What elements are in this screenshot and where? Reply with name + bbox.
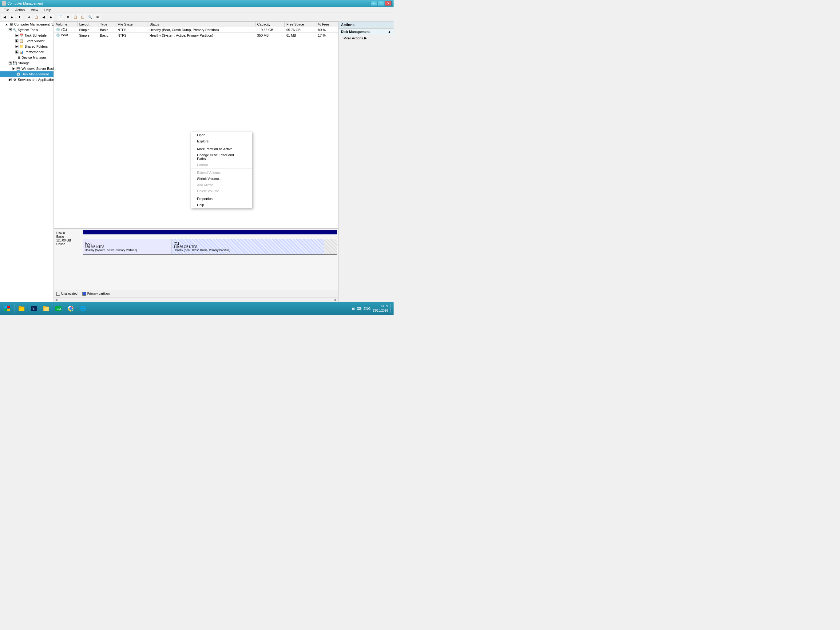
services-label: Services and Applications (18, 78, 54, 82)
toolbar-btn9[interactable]: 📋 (79, 14, 86, 21)
title-bar: Computer Management ─ ❐ ✕ (0, 0, 393, 7)
ctx-item-explore[interactable]: Explore (191, 138, 252, 144)
sidebar-item-services-applications[interactable]: ▶ ⚙ Services and Applications (0, 77, 54, 82)
menu-view[interactable]: View (28, 7, 41, 12)
taskbar-network[interactable] (77, 303, 89, 314)
toolbar-btn10[interactable]: 🔍 (87, 14, 93, 21)
expand-services[interactable]: ▶ (9, 78, 12, 81)
ctx-item-mark-partition-as-active[interactable]: Mark Partition as Active (191, 146, 252, 152)
toolbar-btn11[interactable]: 🖥 (94, 14, 101, 21)
sidebar-item-task-scheduler[interactable]: ▶ 📅 Task Scheduler (0, 33, 54, 38)
sidebar-root[interactable]: ▲ 🖥 Computer Management (Local (0, 22, 54, 27)
toolbar-back2[interactable]: ◀ (40, 14, 47, 21)
partition-boot[interactable]: boot 350 MB NTFS Healthy (System, Active… (83, 239, 172, 255)
expand-event-viewer[interactable]: ▶ (15, 40, 19, 43)
scroll-right[interactable]: ▶ (335, 298, 337, 301)
toolbar-back[interactable]: ◀ (1, 14, 8, 21)
performance-icon: 📊 (19, 50, 24, 54)
menu-file[interactable]: File (1, 7, 12, 12)
context-menu: OpenExploreMark Partition as ActiveChang… (191, 131, 252, 208)
expand-performance[interactable]: ▶ (15, 51, 19, 54)
partition-unalloc (324, 239, 337, 255)
svg-text:SM: SM (57, 307, 61, 310)
right-panel-section: Disk Management ▲ (338, 28, 393, 35)
toolbar-forward[interactable]: ▶ (9, 14, 15, 21)
toolbar-show-hide-console[interactable]: 🖥 (25, 14, 32, 21)
sidebar-item-shared-folders[interactable]: ▶ 📁 Shared Folders (0, 44, 54, 49)
expand-storage[interactable]: ▼ (9, 62, 12, 65)
clock-date: 13/10/2016 (373, 309, 388, 313)
lang-indicator[interactable]: ENG (363, 307, 371, 310)
partition-c[interactable]: (C:) 119.66 GB NTFS Healthy (Boot, Crash… (172, 239, 324, 255)
expand-system-tools[interactable]: ▼ (9, 28, 12, 32)
svg-text:PS: PS (32, 308, 35, 310)
right-panel-section-label: Disk Management (341, 30, 370, 33)
taskbar-file-explorer[interactable] (16, 303, 27, 314)
close-button[interactable]: ✕ (385, 1, 392, 6)
toolbar-up[interactable]: ⬆ (16, 14, 23, 21)
right-panel-more-actions[interactable]: More Actions ▶ (338, 35, 393, 41)
col-type[interactable]: Type (98, 22, 115, 27)
scroll-left[interactable]: ◀ (55, 298, 57, 301)
sidebar-item-windows-server-backup[interactable]: ▶ 💾 Windows Server Backup (0, 66, 54, 71)
col-pct-free[interactable]: % Free (316, 22, 338, 27)
cell-type-1: Basic (98, 33, 115, 38)
svg-rect-1 (7, 306, 10, 308)
col-filesystem[interactable]: File System (115, 22, 148, 27)
ctx-item-help[interactable]: Help (191, 202, 252, 208)
ctx-sep-11 (191, 195, 252, 195)
col-free-space[interactable]: Free Space (284, 22, 316, 27)
taskbar-chrome[interactable] (65, 303, 77, 314)
expand-shared-folders[interactable]: ▶ (15, 45, 19, 48)
toolbar-forward2[interactable]: ▶ (47, 14, 54, 21)
taskbar: PS SM ⊞ ⌨ ENG 13:59 (0, 302, 393, 315)
sidebar-item-performance[interactable]: ▶ 📊 Performance (0, 49, 54, 55)
expand-wsb[interactable]: ▶ (12, 67, 15, 70)
minimize-button[interactable]: ─ (370, 1, 377, 6)
show-desktop-btn[interactable] (390, 304, 391, 313)
sidebar-item-storage[interactable]: ▼ 💾 Storage (0, 60, 54, 66)
cell-filesystem-1: NTFS (115, 33, 148, 38)
sidebar-item-device-manager[interactable]: 🖥 Device Manager (0, 55, 54, 60)
toolbar-btn8[interactable]: 📋 (72, 14, 79, 21)
svg-rect-0 (4, 306, 7, 308)
col-volume[interactable]: Volume (54, 22, 77, 27)
col-layout[interactable]: Layout (77, 22, 98, 27)
menu-action[interactable]: Action (13, 7, 27, 12)
partition-row-0[interactable]: 💿(C:)SimpleBasicNTFSHealthy (Boot, Crash… (54, 27, 338, 33)
ctx-item-format: Format... (191, 162, 252, 168)
ctx-item-shrink-volume[interactable]: Shrink Volume... (191, 176, 252, 182)
col-status[interactable]: Status (148, 22, 255, 27)
toolbar-btn7[interactable]: ✕ (65, 14, 71, 21)
cell-layout-0: Simple (77, 27, 98, 33)
disk-info-0: Disk 0 Basic 120.00 GB Online (55, 230, 83, 255)
toolbar-btn6[interactable]: 📄 (57, 14, 64, 21)
boot-part-name: boot (85, 242, 170, 245)
svg-rect-3 (7, 309, 10, 311)
expand-task-scheduler[interactable]: ▶ (15, 34, 19, 37)
ctx-item-properties[interactable]: Properties (191, 196, 252, 202)
start-button[interactable] (1, 303, 13, 314)
cell-status-0: Healthy (Boot, Crash Dump, Primary Parti… (148, 27, 255, 33)
sidebar-item-event-viewer[interactable]: ▶ 📋 Event Viewer (0, 38, 54, 44)
ctx-item-change-drive-letter-and-paths[interactable]: Change Drive Letter and Paths... (191, 152, 252, 162)
shared-folders-icon: 📁 (19, 44, 24, 49)
taskbar-server-manager[interactable]: SM (52, 303, 64, 314)
taskbar-folder[interactable] (40, 303, 52, 314)
taskbar-powershell[interactable]: PS (28, 303, 39, 314)
sidebar-system-tools[interactable]: ▼ 🔧 System Tools (0, 27, 54, 33)
ctx-item-open[interactable]: Open (191, 132, 252, 138)
toolbar-new-window[interactable]: 📋 (33, 14, 39, 21)
sidebar-item-disk-management[interactable]: 💿 Disk Management (0, 71, 54, 77)
col-capacity[interactable]: Capacity (255, 22, 284, 27)
c-part-status: Healthy (Boot, Crash Dump, Primary Parti… (174, 249, 322, 252)
scrollbar-area[interactable]: ◀ ▶ (54, 297, 338, 302)
vol-label-1: boot (62, 33, 68, 37)
partition-row-1[interactable]: 💿bootSimpleBasicNTFSHealthy (System, Act… (54, 33, 338, 38)
expand-root[interactable]: ▲ (5, 23, 8, 26)
storage-label: Storage (18, 61, 30, 65)
restore-button[interactable]: ❐ (377, 1, 384, 6)
menu-help[interactable]: Help (42, 7, 54, 12)
cell-type-0: Basic (98, 27, 115, 33)
taskbar-show-desktop[interactable]: ⊞ (352, 307, 355, 311)
